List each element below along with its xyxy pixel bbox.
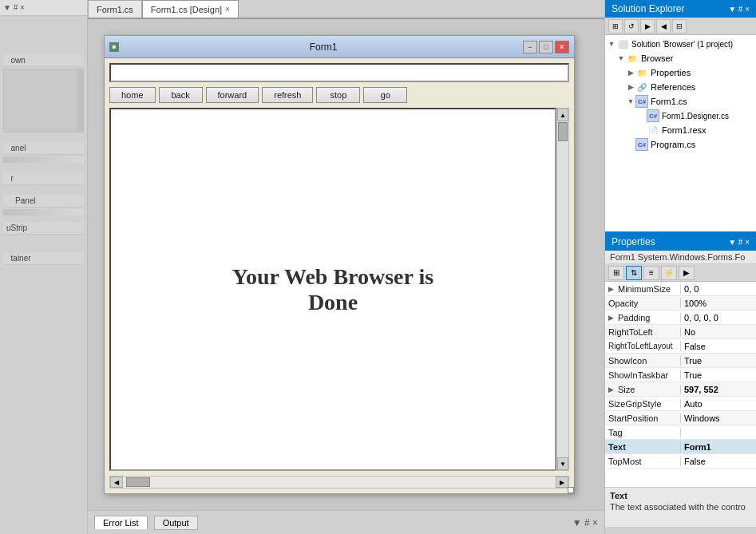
prop-value-text[interactable]: Form1 (681, 442, 756, 452)
ide-container: ▼ # × own anel r Panel uStrip tainer (0, 0, 756, 534)
prop-row-opacity: Opacity 100% (605, 296, 756, 311)
prop-value-showintaskbar[interactable]: True (681, 370, 756, 380)
tree-node-form1designer[interactable]: C# Form1.Designer.cs (605, 109, 756, 123)
programcs-icon: C# (635, 138, 648, 151)
prop-toolbar-sort-alpha[interactable]: ⇅ (626, 266, 642, 280)
scrollbar-left-arrow[interactable]: ◀ (110, 477, 123, 488)
prop-expand-minimumsize[interactable]: ▶ (608, 285, 618, 293)
resize-handle[interactable] (568, 487, 574, 493)
error-list-pin: ▼ # × (572, 517, 598, 528)
prop-toolbar-more[interactable]: ▶ (679, 266, 695, 280)
designer-area: ■ Form1 − □ ✕ home back forward r (88, 19, 604, 510)
prop-row-righttoleftlayout: RightToLeftLayout False (605, 339, 756, 354)
form-close-button[interactable]: ✕ (555, 41, 569, 53)
tree-node-form1resx[interactable]: 📄 Form1.resx (605, 123, 756, 137)
prop-value-minimumsize[interactable]: 0, 0 (681, 284, 756, 294)
scrollbar-thumb[interactable] (558, 122, 568, 141)
form1designer-icon: C# (647, 109, 659, 122)
solution-toolbar: ⊞ ↺ ▶ ◀ ⊟ (605, 18, 756, 35)
tree-label-properties: Properties (651, 68, 691, 77)
output-tab[interactable]: Output (154, 516, 198, 530)
prop-name-text: Text (605, 442, 681, 452)
tree-node-browser[interactable]: ▼ 📁 Browser (605, 51, 756, 65)
tree-expand-references: ▶ (626, 82, 635, 92)
prop-value-startposition[interactable]: Windows (681, 413, 756, 423)
sidebar-items: own anel r Panel uStrip tainer (0, 16, 87, 534)
prop-toolbar-events[interactable]: ⚡ (661, 266, 677, 280)
web-view: Your Web Browser is Done (109, 108, 556, 471)
refresh-button[interactable]: refresh (262, 87, 313, 103)
tree-node-references[interactable]: ▶ 🔗 References (605, 80, 756, 94)
prop-value-showicon[interactable]: True (681, 356, 756, 366)
scrollbar-down-arrow[interactable]: ▼ (557, 457, 568, 470)
prop-name-opacity: Opacity (605, 299, 681, 308)
prop-value-padding[interactable]: 0, 0, 0, 0 (681, 313, 756, 322)
form-title-text: Form1 (124, 42, 523, 53)
scrollbar-right-arrow[interactable]: ▶ (556, 477, 568, 488)
prop-value-topmost[interactable]: False (681, 457, 756, 466)
prop-toolbar-sort-cat[interactable]: ⊞ (608, 266, 624, 280)
webview-container: Your Web Browser is Done ▲ ▼ (109, 108, 569, 471)
tree-node-programcs[interactable]: C# Program.cs (605, 137, 756, 152)
tree-label-form1designer: Form1.Designer.cs (662, 112, 729, 121)
back-button[interactable]: back (159, 87, 203, 103)
prop-row-sizegripstyle: SizeGripStyle Auto (605, 397, 756, 411)
properties-header: Properties ▼ # × (605, 233, 756, 251)
tree-label-form1resx: Form1.resx (662, 125, 707, 135)
solution-icon: ⬜ (616, 38, 629, 50)
go-button[interactable]: go (363, 87, 407, 103)
tab-form1-cs[interactable]: Form1.cs (88, 0, 142, 18)
prop-name-minimumsize: ▶ MinimumSize (605, 284, 681, 294)
sidebar-pin-bar: ▼ # × (0, 0, 87, 16)
left-sidebar: ▼ # × own anel r Panel uStrip tainer (0, 0, 88, 534)
solution-explorer-pin: ▼ # × (728, 5, 750, 14)
form-minimize-button[interactable]: − (523, 41, 537, 53)
sidebar-item-1: own (3, 54, 84, 67)
form-title-icon: ■ (109, 42, 119, 52)
prop-name-tag: Tag (605, 428, 681, 437)
prop-value-size[interactable]: 597, 552 (681, 385, 756, 394)
scrollbar-h-thumb[interactable] (126, 477, 150, 487)
stop-button[interactable]: stop (316, 87, 360, 103)
tree-node-solution[interactable]: ▼ ⬜ Solution 'Browser' (1 project) (605, 37, 756, 51)
webview-scrollbar-v[interactable]: ▲ ▼ (556, 108, 569, 471)
tree-label-programcs: Program.cs (651, 140, 695, 149)
tree-node-form1cs[interactable]: ▼ C# Form1.cs (605, 94, 756, 109)
webview-scrollbar-h[interactable]: ◀ ▶ (109, 476, 569, 489)
web-content-line2: Done (308, 290, 358, 315)
home-button[interactable]: home (109, 87, 156, 103)
prop-expand-padding[interactable]: ▶ (608, 314, 618, 322)
tab-bar: Form1.cs Form1.cs [Design] × (88, 0, 604, 19)
prop-value-righttoleftlayout[interactable]: False (681, 342, 756, 351)
error-list-tab[interactable]: Error List (94, 516, 148, 529)
sidebar-scroll-area (3, 69, 84, 133)
prop-value-opacity[interactable]: 100% (681, 299, 756, 308)
sidebar-scrollbar-h2 (3, 209, 84, 216)
prop-value-righttoleft[interactable]: No (681, 327, 756, 337)
forward-button[interactable]: forward (206, 87, 259, 103)
prop-name-sizegripstyle: SizeGripStyle (605, 399, 681, 409)
solution-explorer-panel: Solution Explorer ▼ # × ⊞ ↺ ▶ ◀ ⊟ ▼ ⬜ So… (605, 0, 756, 231)
sol-toolbar-btn2[interactable]: ↺ (624, 19, 639, 34)
prop-expand-size[interactable]: ▶ (608, 386, 618, 394)
prop-row-text: Text Form1 (605, 440, 756, 454)
tree-expand-form1designer (637, 111, 647, 121)
scrollbar-up-arrow[interactable]: ▲ (557, 109, 568, 121)
prop-row-startposition: StartPosition Windows (605, 411, 756, 425)
url-input[interactable] (109, 63, 569, 82)
properties-pin: ▼ # × (728, 238, 750, 247)
sidebar-scrollbar (77, 69, 83, 132)
prop-name-startposition: StartPosition (605, 413, 681, 423)
sol-toolbar-btn5[interactable]: ⊟ (672, 19, 687, 34)
sol-toolbar-btn1[interactable]: ⊞ (608, 19, 623, 34)
tab-close-icon[interactable]: × (225, 5, 230, 14)
tab-form1-design[interactable]: Form1.cs [Design] × (142, 0, 239, 18)
tree-node-properties[interactable]: ▶ 📁 Properties (605, 65, 756, 80)
prop-row-tag: Tag (605, 425, 756, 440)
sol-toolbar-btn4[interactable]: ◀ (656, 19, 671, 34)
sol-toolbar-btn3[interactable]: ▶ (640, 19, 655, 34)
form-maximize-button[interactable]: □ (539, 41, 553, 53)
prop-toolbar-props[interactable]: ≡ (643, 266, 659, 280)
prop-value-sizegripstyle[interactable]: Auto (681, 399, 756, 409)
prop-row-topmost: TopMost False (605, 454, 756, 469)
